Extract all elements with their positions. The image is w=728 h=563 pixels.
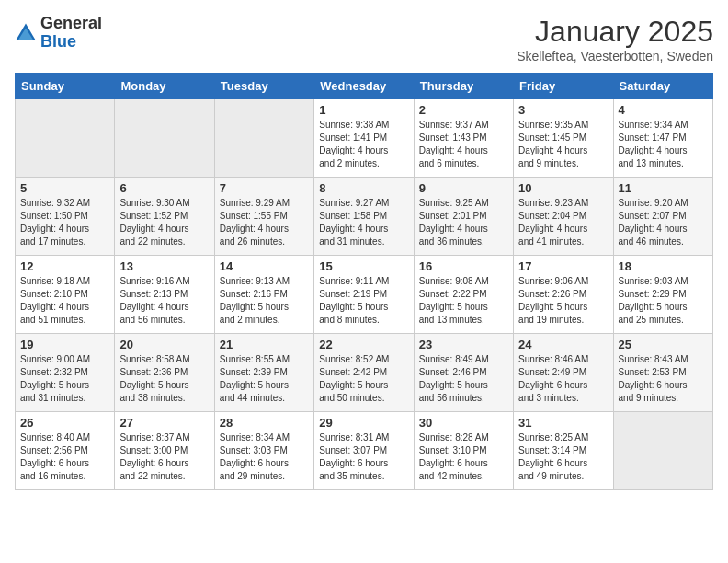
calendar-cell: 24Sunrise: 8:46 AM Sunset: 2:49 PM Dayli… <box>514 334 613 412</box>
calendar-cell: 9Sunrise: 9:25 AM Sunset: 2:01 PM Daylig… <box>414 178 513 256</box>
day-info: Sunrise: 8:40 AM Sunset: 2:56 PM Dayligh… <box>20 431 109 483</box>
day-info: Sunrise: 8:49 AM Sunset: 2:46 PM Dayligh… <box>419 353 508 405</box>
calendar-cell: 13Sunrise: 9:16 AM Sunset: 2:13 PM Dayli… <box>115 256 214 334</box>
day-number: 19 <box>20 338 109 351</box>
calendar-week-row: 1Sunrise: 9:38 AM Sunset: 1:41 PM Daylig… <box>16 99 713 178</box>
day-number: 7 <box>220 181 309 195</box>
day-number: 22 <box>319 338 408 351</box>
calendar-cell: 11Sunrise: 9:20 AM Sunset: 2:07 PM Dayli… <box>613 178 712 256</box>
logo-blue: Blue <box>40 33 102 52</box>
weekday-header-saturday: Saturday <box>613 74 712 99</box>
day-info: Sunrise: 9:18 AM Sunset: 2:10 PM Dayligh… <box>20 275 109 327</box>
day-info: Sunrise: 9:23 AM Sunset: 2:04 PM Dayligh… <box>518 197 608 248</box>
weekday-header-row: SundayMondayTuesdayWednesdayThursdayFrid… <box>16 74 713 99</box>
logo-icon <box>15 22 37 44</box>
day-number: 9 <box>419 181 508 195</box>
day-info: Sunrise: 9:25 AM Sunset: 2:01 PM Dayligh… <box>419 197 508 248</box>
calendar-cell: 21Sunrise: 8:55 AM Sunset: 2:39 PM Dayli… <box>214 334 313 412</box>
calendar-cell: 15Sunrise: 9:11 AM Sunset: 2:19 PM Dayli… <box>314 256 414 334</box>
day-info: Sunrise: 8:58 AM Sunset: 2:36 PM Dayligh… <box>119 353 209 405</box>
calendar-cell: 10Sunrise: 9:23 AM Sunset: 2:04 PM Dayli… <box>514 178 613 256</box>
logo: General Blue <box>15 15 102 52</box>
calendar-cell: 18Sunrise: 9:03 AM Sunset: 2:29 PM Dayli… <box>613 256 712 334</box>
day-info: Sunrise: 9:08 AM Sunset: 2:22 PM Dayligh… <box>419 275 508 327</box>
day-number: 29 <box>319 416 408 430</box>
calendar-week-row: 26Sunrise: 8:40 AM Sunset: 2:56 PM Dayli… <box>16 412 713 490</box>
calendar-cell: 31Sunrise: 8:25 AM Sunset: 3:14 PM Dayli… <box>514 412 613 490</box>
day-info: Sunrise: 9:13 AM Sunset: 2:16 PM Dayligh… <box>220 275 309 327</box>
day-number: 16 <box>419 259 508 273</box>
calendar-cell: 3Sunrise: 9:35 AM Sunset: 1:45 PM Daylig… <box>514 99 613 178</box>
calendar-cell <box>214 99 313 178</box>
logo-text: General Blue <box>40 15 102 52</box>
calendar-cell: 5Sunrise: 9:32 AM Sunset: 1:50 PM Daylig… <box>16 178 115 256</box>
calendar-week-row: 19Sunrise: 9:00 AM Sunset: 2:32 PM Dayli… <box>16 334 713 412</box>
calendar-week-row: 12Sunrise: 9:18 AM Sunset: 2:10 PM Dayli… <box>16 256 713 334</box>
day-number: 14 <box>220 259 309 273</box>
day-number: 27 <box>119 416 209 430</box>
weekday-header-monday: Monday <box>115 74 214 99</box>
day-number: 10 <box>518 181 608 195</box>
calendar-cell: 12Sunrise: 9:18 AM Sunset: 2:10 PM Dayli… <box>16 256 115 334</box>
day-info: Sunrise: 8:34 AM Sunset: 3:03 PM Dayligh… <box>220 431 309 483</box>
day-info: Sunrise: 8:55 AM Sunset: 2:39 PM Dayligh… <box>220 353 309 405</box>
day-info: Sunrise: 9:34 AM Sunset: 1:47 PM Dayligh… <box>619 119 708 170</box>
day-number: 31 <box>518 416 608 430</box>
calendar-title: January 2025 <box>517 15 713 49</box>
day-info: Sunrise: 9:35 AM Sunset: 1:45 PM Dayligh… <box>518 119 608 170</box>
calendar-cell: 25Sunrise: 8:43 AM Sunset: 2:53 PM Dayli… <box>613 334 712 412</box>
day-number: 2 <box>419 103 508 117</box>
day-info: Sunrise: 9:16 AM Sunset: 2:13 PM Dayligh… <box>119 275 209 327</box>
day-number: 25 <box>619 338 708 351</box>
day-info: Sunrise: 9:29 AM Sunset: 1:55 PM Dayligh… <box>220 197 309 248</box>
day-number: 28 <box>220 416 309 430</box>
weekday-header-sunday: Sunday <box>16 74 115 99</box>
day-info: Sunrise: 9:00 AM Sunset: 2:32 PM Dayligh… <box>20 353 109 405</box>
day-info: Sunrise: 8:25 AM Sunset: 3:14 PM Dayligh… <box>518 431 608 483</box>
calendar-cell: 4Sunrise: 9:34 AM Sunset: 1:47 PM Daylig… <box>613 99 712 178</box>
day-number: 18 <box>619 259 708 273</box>
calendar-week-row: 5Sunrise: 9:32 AM Sunset: 1:50 PM Daylig… <box>16 178 713 256</box>
calendar-cell: 1Sunrise: 9:38 AM Sunset: 1:41 PM Daylig… <box>314 99 414 178</box>
day-info: Sunrise: 9:38 AM Sunset: 1:41 PM Dayligh… <box>319 119 408 170</box>
day-number: 13 <box>119 259 209 273</box>
day-info: Sunrise: 8:43 AM Sunset: 2:53 PM Dayligh… <box>619 353 708 405</box>
calendar-cell <box>613 412 712 490</box>
day-number: 12 <box>20 259 109 273</box>
weekday-header-friday: Friday <box>514 74 613 99</box>
day-number: 6 <box>119 181 209 195</box>
day-info: Sunrise: 8:28 AM Sunset: 3:10 PM Dayligh… <box>419 431 508 483</box>
day-number: 15 <box>319 259 408 273</box>
day-info: Sunrise: 8:37 AM Sunset: 3:00 PM Dayligh… <box>119 431 209 483</box>
calendar-cell: 17Sunrise: 9:06 AM Sunset: 2:26 PM Dayli… <box>514 256 613 334</box>
day-number: 3 <box>518 103 608 117</box>
calendar-cell: 14Sunrise: 9:13 AM Sunset: 2:16 PM Dayli… <box>214 256 313 334</box>
calendar-cell: 8Sunrise: 9:27 AM Sunset: 1:58 PM Daylig… <box>314 178 414 256</box>
day-number: 1 <box>319 103 408 117</box>
weekday-header-thursday: Thursday <box>414 74 513 99</box>
day-number: 4 <box>619 103 708 117</box>
day-info: Sunrise: 9:30 AM Sunset: 1:52 PM Dayligh… <box>119 197 209 248</box>
calendar-cell: 16Sunrise: 9:08 AM Sunset: 2:22 PM Dayli… <box>414 256 513 334</box>
calendar-cell: 22Sunrise: 8:52 AM Sunset: 2:42 PM Dayli… <box>314 334 414 412</box>
day-info: Sunrise: 9:32 AM Sunset: 1:50 PM Dayligh… <box>20 197 109 248</box>
calendar-cell <box>115 99 214 178</box>
calendar-cell: 27Sunrise: 8:37 AM Sunset: 3:00 PM Dayli… <box>115 412 214 490</box>
calendar-cell: 28Sunrise: 8:34 AM Sunset: 3:03 PM Dayli… <box>214 412 313 490</box>
calendar-cell: 30Sunrise: 8:28 AM Sunset: 3:10 PM Dayli… <box>414 412 513 490</box>
calendar-subtitle: Skelleftea, Vaesterbotten, Sweden <box>517 49 713 63</box>
weekday-header-wednesday: Wednesday <box>314 74 414 99</box>
day-number: 21 <box>220 338 309 351</box>
calendar-cell: 26Sunrise: 8:40 AM Sunset: 2:56 PM Dayli… <box>16 412 115 490</box>
calendar-cell: 2Sunrise: 9:37 AM Sunset: 1:43 PM Daylig… <box>414 99 513 178</box>
day-info: Sunrise: 9:11 AM Sunset: 2:19 PM Dayligh… <box>319 275 408 327</box>
day-info: Sunrise: 9:03 AM Sunset: 2:29 PM Dayligh… <box>619 275 708 327</box>
logo-general: General <box>40 15 102 33</box>
calendar-cell: 20Sunrise: 8:58 AM Sunset: 2:36 PM Dayli… <box>115 334 214 412</box>
calendar-cell: 19Sunrise: 9:00 AM Sunset: 2:32 PM Dayli… <box>16 334 115 412</box>
day-info: Sunrise: 9:20 AM Sunset: 2:07 PM Dayligh… <box>619 197 708 248</box>
day-number: 23 <box>419 338 508 351</box>
day-number: 5 <box>20 181 109 195</box>
day-number: 8 <box>319 181 408 195</box>
day-info: Sunrise: 9:27 AM Sunset: 1:58 PM Dayligh… <box>319 197 408 248</box>
